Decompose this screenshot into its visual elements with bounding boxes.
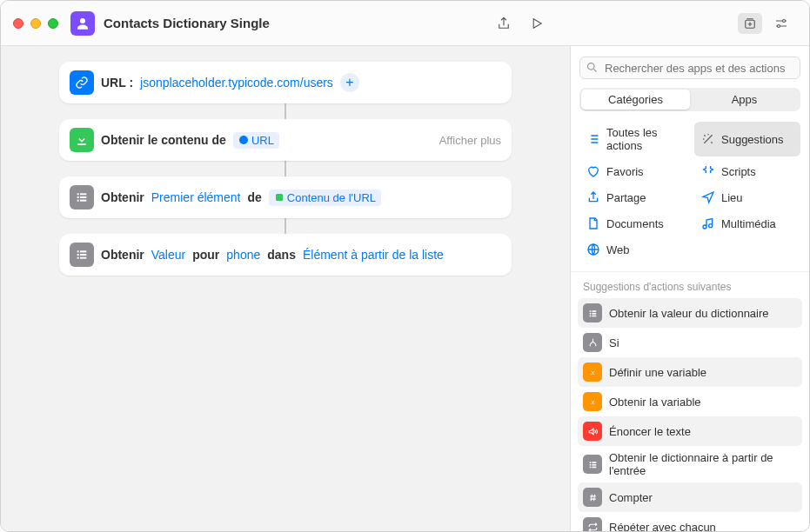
shortcut-app-icon <box>70 11 95 36</box>
svg-rect-6 <box>80 193 86 195</box>
connector <box>285 161 286 176</box>
segmented-control: Catégories Apps <box>579 88 800 111</box>
download-icon <box>70 128 94 152</box>
suggestion-item[interactable]: Obtenir le dictionnaire à partir de l'en… <box>578 446 802 482</box>
main: URL : jsonplaceholder.typicode.com/users… <box>1 46 809 531</box>
suggestion-item[interactable]: Si <box>578 328 802 357</box>
category-documents[interactable]: Documents <box>579 212 686 235</box>
category-location[interactable]: Lieu <box>694 186 800 209</box>
svg-rect-23 <box>592 312 596 314</box>
suggestion-item[interactable]: Obtenir la valeur du dictionnaire <box>578 298 802 328</box>
list-icon <box>586 132 600 146</box>
category-media[interactable]: Multimédia <box>694 212 800 235</box>
list-icon <box>70 185 94 209</box>
svg-rect-30 <box>589 463 591 465</box>
search-input[interactable] <box>579 57 800 79</box>
var-icon: x <box>583 362 602 382</box>
url-value[interactable]: jsonplaceholder.typicode.com/users <box>140 76 333 90</box>
get-value-p1[interactable]: Valeur <box>151 248 185 262</box>
suggestion-label: Compter <box>609 491 653 504</box>
hash-icon <box>583 488 602 507</box>
suggestion-label: Énoncer le texte <box>609 425 691 438</box>
document-icon <box>586 216 600 230</box>
svg-rect-7 <box>77 196 79 198</box>
suggestion-item[interactable]: xObtenir la variable <box>578 387 802 416</box>
category-label: Toutes les actions <box>606 126 679 152</box>
svg-text:x: x <box>590 398 595 406</box>
svg-rect-11 <box>276 194 283 201</box>
window-title: Contacts Dictionary Single <box>104 16 495 30</box>
category-label: Web <box>606 243 630 256</box>
action-get-item[interactable]: Obtenir Premier élément de Contenu de l'… <box>59 176 512 218</box>
run-button[interactable] <box>528 15 546 32</box>
svg-rect-13 <box>80 250 86 252</box>
workflow-canvas[interactable]: URL : jsonplaceholder.typicode.com/users… <box>1 46 570 531</box>
get-value-p2[interactable]: phone <box>226 248 260 262</box>
search-icon <box>586 61 599 74</box>
suggestion-item[interactable]: xDéfinir une variable <box>578 357 802 387</box>
category-all-actions[interactable]: Toutes les actions <box>579 122 686 156</box>
get-contents-label: Obtenir le contenu de <box>101 133 226 147</box>
share-button[interactable] <box>495 15 512 32</box>
location-icon <box>701 190 715 204</box>
library-button[interactable] <box>738 13 762 34</box>
svg-rect-8 <box>80 196 86 198</box>
tab-categories[interactable]: Catégories <box>581 90 690 110</box>
svg-point-2 <box>783 19 786 22</box>
minimize-window-button[interactable] <box>30 18 41 29</box>
category-favorites[interactable]: Favoris <box>579 160 686 183</box>
action-get-contents[interactable]: Obtenir le contenu de URL Afficher plus <box>59 119 512 161</box>
action-url[interactable]: URL : jsonplaceholder.typicode.com/users… <box>59 62 512 103</box>
url-token[interactable]: URL <box>233 132 279 149</box>
speak-icon <box>583 422 602 441</box>
svg-rect-24 <box>589 315 591 316</box>
url-contents-token[interactable]: Contenu de l'URL <box>269 190 381 206</box>
category-suggestions[interactable]: Suggestions <box>694 122 800 156</box>
suggestion-label: Obtenir le dictionnaire à partir de l'en… <box>609 451 797 477</box>
category-scripts[interactable]: Scripts <box>694 160 800 183</box>
svg-rect-20 <box>589 310 591 312</box>
list-icon <box>583 455 602 474</box>
suggestion-item[interactable]: Compter <box>578 482 802 512</box>
settings-button[interactable] <box>769 13 793 34</box>
svg-text:x: x <box>590 369 595 376</box>
suggestion-label: Si <box>609 336 619 349</box>
suggestion-label: Obtenir la valeur du dictionnaire <box>609 307 769 320</box>
svg-rect-10 <box>80 200 86 202</box>
add-url-button[interactable]: + <box>340 73 359 92</box>
connector <box>285 103 286 119</box>
list-item-token[interactable]: Élément à partir de la liste <box>303 248 444 262</box>
svg-point-3 <box>778 24 780 27</box>
get-value-w1: Obtenir <box>101 248 144 262</box>
svg-rect-16 <box>77 257 79 259</box>
tab-apps[interactable]: Apps <box>690 90 799 110</box>
var-icon: x <box>583 392 602 411</box>
list-icon <box>70 243 94 267</box>
web-icon <box>586 243 600 256</box>
wand-icon <box>701 132 715 146</box>
category-label: Multimédia <box>721 217 776 230</box>
fullscreen-window-button[interactable] <box>48 18 58 29</box>
show-more-button[interactable]: Afficher plus <box>439 134 501 147</box>
media-icon <box>701 216 715 230</box>
svg-point-4 <box>239 136 248 144</box>
svg-rect-29 <box>592 462 596 463</box>
svg-rect-25 <box>592 315 596 316</box>
svg-rect-28 <box>589 462 591 463</box>
get-item-param[interactable]: Premier élément <box>151 190 241 204</box>
share-icon <box>586 190 600 204</box>
suggestions-list: Obtenir la valeur du dictionnaireSixDéfi… <box>571 298 809 531</box>
action-get-value[interactable]: Obtenir Valeur pour phone dans Élément à… <box>59 234 512 276</box>
category-web[interactable]: Web <box>579 238 686 261</box>
get-value-w2: pour <box>192 248 219 262</box>
url-icon <box>70 70 94 95</box>
svg-rect-12 <box>77 250 79 252</box>
suggestion-item[interactable]: Énoncer le texte <box>578 416 802 446</box>
branch-icon <box>583 333 602 352</box>
suggestion-item[interactable]: Répéter avec chacun <box>578 512 802 531</box>
suggestion-label: Définir une variable <box>609 366 706 379</box>
category-label: Partage <box>606 191 646 204</box>
close-window-button[interactable] <box>13 18 23 29</box>
traffic-lights <box>13 18 58 29</box>
category-sharing[interactable]: Partage <box>579 186 686 209</box>
